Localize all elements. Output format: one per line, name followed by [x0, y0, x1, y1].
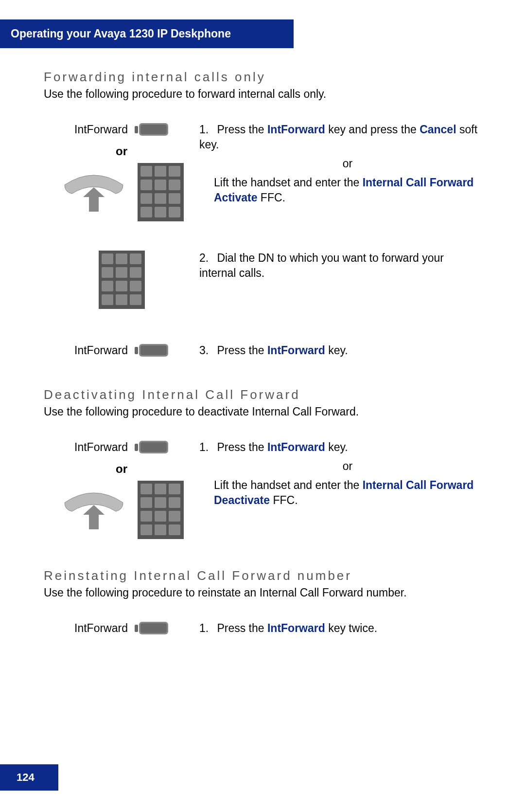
svg-rect-47	[169, 524, 180, 535]
svg-rect-23	[102, 281, 113, 291]
svg-rect-29	[135, 347, 138, 354]
svg-rect-8	[155, 180, 166, 190]
content: Forwarding internal calls only Use the f…	[0, 70, 525, 636]
intforward-label: IntForward	[74, 441, 128, 454]
intforward-key-row: IntForward	[74, 440, 169, 454]
softkey-icon	[135, 440, 169, 454]
svg-rect-50	[140, 623, 167, 633]
step-text: Lift the handset and enter the	[214, 176, 363, 189]
section2-step1-row: IntForward or	[44, 440, 481, 539]
page-number-box: 124	[0, 764, 58, 791]
svg-rect-9	[169, 180, 180, 190]
section3-step1-icons: IntForward	[44, 621, 199, 635]
or-label: or	[116, 462, 127, 476]
svg-rect-44	[169, 511, 180, 522]
svg-rect-6	[169, 166, 180, 177]
header-title: Operating your Avaya 1230 IP Deskphone	[11, 27, 231, 40]
section2-title: Deactivating Internal Call Forward	[44, 387, 481, 402]
section3-title: Reinstating Internal Call Forward number	[44, 568, 481, 583]
softkey-icon	[135, 621, 169, 635]
step-text: Press the	[217, 344, 267, 357]
svg-rect-2	[140, 125, 167, 134]
highlight-intforward: IntForward	[267, 622, 325, 634]
section1-step3-icons: IntForward	[44, 343, 199, 358]
svg-rect-42	[140, 511, 152, 522]
softkey-icon	[135, 122, 169, 137]
step-text: FFC.	[270, 494, 298, 506]
step-number: 2.	[199, 251, 214, 266]
svg-rect-22	[130, 267, 141, 278]
svg-rect-17	[102, 253, 113, 264]
softkey-icon	[135, 343, 169, 358]
section1-step3-row: IntForward 3. Press the IntForward key.	[44, 343, 481, 358]
intforward-key-row: IntForward	[74, 122, 169, 137]
step-text: key twice.	[325, 622, 377, 634]
section2-step1-text: 1. Press the IntForward key. or Lift the…	[199, 440, 481, 508]
highlight-cancel: Cancel	[420, 123, 456, 136]
svg-rect-39	[140, 497, 152, 508]
svg-rect-14	[155, 207, 166, 217]
page-number: 124	[17, 771, 35, 783]
svg-rect-7	[140, 180, 152, 190]
svg-rect-43	[155, 511, 166, 522]
step-text: Press the	[217, 622, 267, 634]
svg-rect-48	[135, 625, 138, 632]
svg-rect-0	[135, 126, 138, 133]
section1-intro: Use the following procedure to forward i…	[44, 88, 481, 101]
header-bar: Operating your Avaya 1230 IP Deskphone	[0, 19, 294, 48]
intforward-key-row: IntForward	[74, 343, 169, 358]
step-or: or	[214, 459, 481, 474]
step-text: Press the	[217, 441, 267, 453]
svg-rect-13	[140, 207, 152, 217]
svg-rect-18	[116, 253, 127, 264]
svg-rect-20	[102, 267, 113, 278]
svg-rect-24	[116, 281, 127, 291]
svg-rect-34	[140, 442, 167, 452]
highlight-intforward: IntForward	[267, 344, 325, 357]
svg-rect-5	[155, 166, 166, 177]
intforward-label: IntForward	[74, 344, 128, 357]
keypad-icon	[138, 481, 184, 539]
svg-rect-37	[155, 484, 166, 494]
svg-rect-10	[140, 193, 152, 204]
handset-lift-icon	[60, 170, 128, 214]
svg-rect-15	[169, 207, 180, 217]
svg-rect-26	[102, 294, 113, 305]
intforward-key-row: IntForward	[74, 621, 169, 635]
svg-rect-4	[140, 166, 152, 177]
svg-rect-12	[169, 193, 180, 204]
svg-rect-11	[155, 193, 166, 204]
svg-rect-41	[169, 497, 180, 508]
step-number: 1.	[199, 440, 214, 455]
section3-step1-text: 1. Press the IntForward key twice.	[199, 621, 481, 636]
highlight-intforward: IntForward	[267, 123, 325, 136]
section1-step3-text: 3. Press the IntForward key.	[199, 343, 481, 358]
svg-rect-40	[155, 497, 166, 508]
section1-title: Forwarding internal calls only	[44, 70, 481, 85]
step-number: 3.	[199, 343, 214, 358]
section1-step2-text: 2. Dial the DN to which you want to forw…	[199, 251, 481, 281]
section1-step2-row: 2. Dial the DN to which you want to forw…	[44, 251, 481, 309]
svg-rect-19	[130, 253, 141, 264]
highlight-intforward: IntForward	[267, 441, 325, 453]
section2-step1-icons: IntForward or	[44, 440, 199, 539]
step-number: 1.	[199, 621, 214, 636]
svg-rect-46	[155, 524, 166, 535]
intforward-label: IntForward	[74, 123, 128, 136]
or-label: or	[116, 144, 127, 158]
section3-intro: Use the following procedure to reinstate…	[44, 586, 481, 599]
svg-rect-38	[169, 484, 180, 494]
step-text: FFC.	[257, 191, 285, 204]
svg-rect-32	[135, 444, 138, 451]
svg-rect-21	[116, 267, 127, 278]
section1-step1-icons: IntForward or	[44, 122, 199, 221]
section1-step1-row: IntForward or	[44, 122, 481, 221]
step-text: key.	[325, 441, 348, 453]
section1-step1-text: 1. Press the IntForward key and press th…	[199, 122, 481, 205]
step-text: Press the	[217, 123, 267, 136]
section1-step2-icons	[44, 251, 199, 309]
section3-step1-row: IntForward 1. Press the IntForward key t…	[44, 621, 481, 636]
svg-rect-27	[116, 294, 127, 305]
svg-rect-36	[140, 484, 152, 494]
step-text: Dial the DN to which you want to forward…	[199, 252, 444, 279]
